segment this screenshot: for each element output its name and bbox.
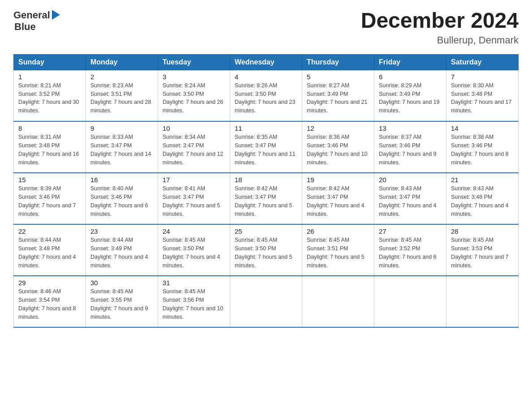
day-number: 3: [163, 73, 225, 81]
svg-marker-0: [52, 10, 60, 20]
day-number: 30: [90, 279, 153, 287]
day-info: Sunrise: 8:39 AMSunset: 3:46 PMDaylight:…: [18, 184, 81, 218]
day-number: 16: [90, 176, 153, 184]
day-cell: 10Sunrise: 8:34 AMSunset: 3:47 PMDayligh…: [158, 121, 230, 173]
day-info: Sunrise: 8:45 AMSunset: 3:53 PMDaylight:…: [451, 236, 514, 270]
logo: General Blue: [13, 9, 60, 33]
day-info: Sunrise: 8:21 AMSunset: 3:52 PMDaylight:…: [18, 81, 81, 115]
day-cell: 4Sunrise: 8:26 AMSunset: 3:50 PMDaylight…: [230, 70, 302, 121]
day-cell: 12Sunrise: 8:36 AMSunset: 3:46 PMDayligh…: [302, 121, 374, 173]
day-number: 2: [90, 73, 153, 81]
day-cell: 2Sunrise: 8:23 AMSunset: 3:51 PMDaylight…: [86, 70, 158, 121]
day-number: 19: [307, 176, 369, 184]
day-number: 5: [307, 73, 369, 81]
day-cell: 29Sunrise: 8:46 AMSunset: 3:54 PMDayligh…: [14, 276, 86, 327]
day-number: 24: [163, 227, 225, 235]
day-cell: 5Sunrise: 8:27 AMSunset: 3:49 PMDaylight…: [302, 70, 374, 121]
day-cell: 17Sunrise: 8:41 AMSunset: 3:47 PMDayligh…: [158, 173, 230, 224]
day-info: Sunrise: 8:38 AMSunset: 3:46 PMDaylight:…: [451, 133, 514, 167]
day-number: 27: [379, 227, 442, 235]
day-info: Sunrise: 8:43 AMSunset: 3:48 PMDaylight:…: [451, 184, 514, 218]
logo-arrow-icon: [52, 10, 60, 20]
day-number: 9: [90, 124, 153, 132]
day-info: Sunrise: 8:45 AMSunset: 3:52 PMDaylight:…: [379, 236, 442, 270]
week-row-3: 15Sunrise: 8:39 AMSunset: 3:46 PMDayligh…: [14, 173, 519, 224]
day-cell: 22Sunrise: 8:44 AMSunset: 3:48 PMDayligh…: [14, 224, 86, 276]
day-info: Sunrise: 8:43 AMSunset: 3:47 PMDaylight:…: [379, 184, 442, 218]
day-info: Sunrise: 8:45 AMSunset: 3:56 PMDaylight:…: [163, 287, 225, 321]
day-cell: 25Sunrise: 8:45 AMSunset: 3:50 PMDayligh…: [230, 224, 302, 276]
day-number: 15: [18, 176, 81, 184]
col-wednesday: Wednesday: [230, 54, 302, 70]
day-cell: [374, 276, 446, 327]
day-info: Sunrise: 8:45 AMSunset: 3:51 PMDaylight:…: [307, 236, 369, 270]
day-cell: 6Sunrise: 8:29 AMSunset: 3:49 PMDaylight…: [374, 70, 446, 121]
day-cell: 19Sunrise: 8:42 AMSunset: 3:47 PMDayligh…: [302, 173, 374, 224]
title-block: December 2024 Bullerup, Denmark: [361, 9, 519, 46]
day-info: Sunrise: 8:33 AMSunset: 3:47 PMDaylight:…: [90, 133, 153, 167]
day-number: 13: [379, 124, 442, 132]
day-number: 25: [235, 227, 297, 235]
day-info: Sunrise: 8:29 AMSunset: 3:49 PMDaylight:…: [379, 81, 442, 115]
day-info: Sunrise: 8:45 AMSunset: 3:50 PMDaylight:…: [235, 236, 297, 270]
col-sunday: Sunday: [14, 54, 86, 70]
day-number: 11: [235, 124, 297, 132]
week-row-2: 8Sunrise: 8:31 AMSunset: 3:48 PMDaylight…: [14, 121, 519, 173]
day-info: Sunrise: 8:27 AMSunset: 3:49 PMDaylight:…: [307, 81, 369, 115]
day-cell: 23Sunrise: 8:44 AMSunset: 3:49 PMDayligh…: [86, 224, 158, 276]
week-row-4: 22Sunrise: 8:44 AMSunset: 3:48 PMDayligh…: [14, 224, 519, 276]
day-number: 29: [18, 279, 81, 287]
day-info: Sunrise: 8:24 AMSunset: 3:50 PMDaylight:…: [163, 81, 225, 115]
day-info: Sunrise: 8:45 AMSunset: 3:50 PMDaylight:…: [163, 236, 225, 270]
col-thursday: Thursday: [302, 54, 374, 70]
day-cell: 28Sunrise: 8:45 AMSunset: 3:53 PMDayligh…: [446, 224, 519, 276]
day-info: Sunrise: 8:44 AMSunset: 3:49 PMDaylight:…: [90, 236, 153, 270]
day-number: 22: [18, 227, 81, 235]
col-saturday: Saturday: [446, 54, 519, 70]
page-header: General Blue December 2024 Bullerup, Den…: [13, 9, 519, 46]
logo-blue-text: Blue: [13, 21, 60, 32]
day-info: Sunrise: 8:36 AMSunset: 3:46 PMDaylight:…: [307, 133, 369, 167]
day-cell: 8Sunrise: 8:31 AMSunset: 3:48 PMDaylight…: [14, 121, 86, 173]
day-cell: [446, 276, 519, 327]
day-info: Sunrise: 8:46 AMSunset: 3:54 PMDaylight:…: [18, 287, 81, 321]
day-info: Sunrise: 8:35 AMSunset: 3:47 PMDaylight:…: [235, 133, 297, 167]
day-cell: 3Sunrise: 8:24 AMSunset: 3:50 PMDaylight…: [158, 70, 230, 121]
day-cell: 26Sunrise: 8:45 AMSunset: 3:51 PMDayligh…: [302, 224, 374, 276]
col-monday: Monday: [86, 54, 158, 70]
day-number: 26: [307, 227, 369, 235]
day-number: 21: [451, 176, 514, 184]
day-cell: 16Sunrise: 8:40 AMSunset: 3:46 PMDayligh…: [86, 173, 158, 224]
day-number: 7: [451, 73, 514, 81]
day-info: Sunrise: 8:30 AMSunset: 3:48 PMDaylight:…: [451, 81, 514, 115]
day-number: 4: [235, 73, 297, 81]
calendar-table: Sunday Monday Tuesday Wednesday Thursday…: [13, 54, 519, 328]
day-number: 18: [235, 176, 297, 184]
day-number: 8: [18, 124, 81, 132]
day-number: 1: [18, 73, 81, 81]
day-cell: 15Sunrise: 8:39 AMSunset: 3:46 PMDayligh…: [14, 173, 86, 224]
day-info: Sunrise: 8:23 AMSunset: 3:51 PMDaylight:…: [90, 81, 153, 115]
day-cell: 21Sunrise: 8:43 AMSunset: 3:48 PMDayligh…: [446, 173, 519, 224]
week-row-5: 29Sunrise: 8:46 AMSunset: 3:54 PMDayligh…: [14, 276, 519, 327]
day-cell: 13Sunrise: 8:37 AMSunset: 3:46 PMDayligh…: [374, 121, 446, 173]
day-info: Sunrise: 8:44 AMSunset: 3:48 PMDaylight:…: [18, 236, 81, 270]
day-cell: 1Sunrise: 8:21 AMSunset: 3:52 PMDaylight…: [14, 70, 86, 121]
calendar-header-row: Sunday Monday Tuesday Wednesday Thursday…: [14, 54, 519, 70]
day-cell: [230, 276, 302, 327]
day-number: 6: [379, 73, 442, 81]
day-number: 23: [90, 227, 153, 235]
day-info: Sunrise: 8:41 AMSunset: 3:47 PMDaylight:…: [163, 184, 225, 218]
day-number: 14: [451, 124, 514, 132]
day-info: Sunrise: 8:42 AMSunset: 3:47 PMDaylight:…: [235, 184, 297, 218]
day-cell: 20Sunrise: 8:43 AMSunset: 3:47 PMDayligh…: [374, 173, 446, 224]
day-cell: 11Sunrise: 8:35 AMSunset: 3:47 PMDayligh…: [230, 121, 302, 173]
day-number: 17: [163, 176, 225, 184]
page-title: December 2024: [361, 9, 519, 33]
day-cell: 14Sunrise: 8:38 AMSunset: 3:46 PMDayligh…: [446, 121, 519, 173]
page-subtitle: Bullerup, Denmark: [361, 34, 519, 46]
day-cell: 31Sunrise: 8:45 AMSunset: 3:56 PMDayligh…: [158, 276, 230, 327]
day-cell: 9Sunrise: 8:33 AMSunset: 3:47 PMDaylight…: [86, 121, 158, 173]
day-cell: 24Sunrise: 8:45 AMSunset: 3:50 PMDayligh…: [158, 224, 230, 276]
day-info: Sunrise: 8:40 AMSunset: 3:46 PMDaylight:…: [90, 184, 153, 218]
